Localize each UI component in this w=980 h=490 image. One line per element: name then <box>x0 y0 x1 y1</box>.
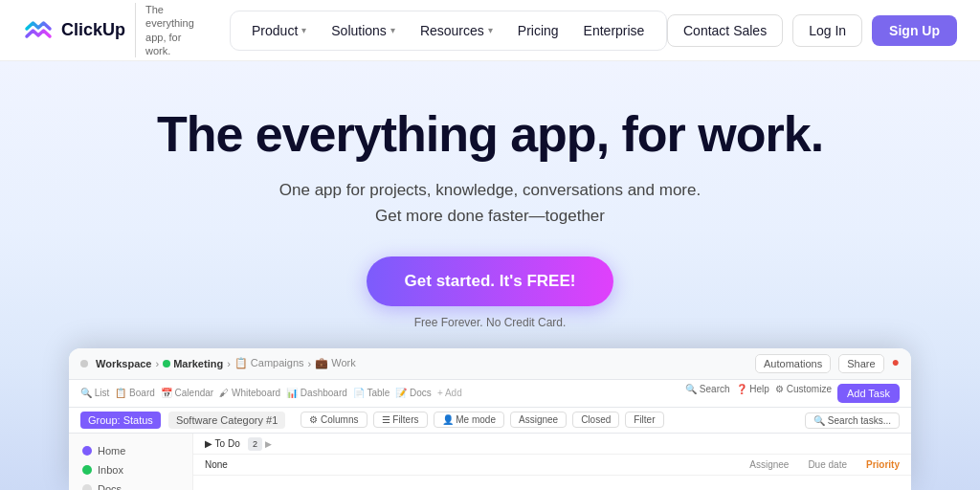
toolbar-docs: 📝 Docs <box>395 388 432 398</box>
nav-right: Contact Sales Log In Sign Up <box>667 14 957 47</box>
toolbar-calendar: 📅 Calendar <box>161 388 213 398</box>
sidebar-item-home[interactable]: Home <box>77 441 185 460</box>
toolbar-whiteboard: 🖌 Whiteboard <box>219 388 280 398</box>
me-mode-chip[interactable]: 👤 Me mode <box>434 412 504 428</box>
dashboard-topbar: Workspace › Marketing › 📋 Campaigns › 💼 … <box>69 348 911 380</box>
filters-chip[interactable]: ☰ Filters <box>373 412 428 428</box>
closed-chip[interactable]: Closed <box>572 412 619 428</box>
filter-chips: ⚙ Columns ☰ Filters 👤 Me mode Assignee C… <box>301 412 663 428</box>
toolbar-dashboard: 📊 Dashboard <box>286 388 347 398</box>
dashboard-filter-bar: Group: Status Software Category #1 ⚙ Col… <box>69 408 911 434</box>
docs-icon <box>82 484 92 490</box>
breadcrumb: Workspace › Marketing › 📋 Campaigns › 💼 … <box>96 357 356 369</box>
add-task-button[interactable]: Add Task <box>837 384 900 403</box>
dashboard-body: Home Inbox Docs Dashboards Goals <box>69 434 911 490</box>
dashboard-toolbar: 🔍 List 📋 Board 📅 Calendar 🖌 Whiteboard 📊… <box>69 380 911 408</box>
columns-filter[interactable]: ⚙ Columns <box>301 412 367 428</box>
workspace-dot <box>80 360 88 368</box>
dashboard-content: ▶ To Do 2 ▶ None Assignee Due date Prior… <box>193 434 911 490</box>
filter-group-status[interactable]: Group: Status <box>80 412 161 429</box>
filter-chip[interactable]: Filter <box>625 412 663 428</box>
nav-item-pricing[interactable]: Pricing <box>506 17 570 44</box>
nav-links-container: Product ▾ Solutions ▾ Resources ▾ Pricin… <box>230 11 667 51</box>
toolbar-table: 📄 Table <box>353 388 390 398</box>
workspace-label: Workspace <box>96 358 152 369</box>
dashboard-sidebar: Home Inbox Docs Dashboards Goals <box>69 434 193 490</box>
brand-name: ClickUp <box>61 20 125 40</box>
chevron-down-icon: ▾ <box>301 25 306 35</box>
notification-icon: ● <box>892 354 900 373</box>
navbar: ClickUp The everything app, for work. Pr… <box>0 0 980 61</box>
toolbar-search-icon: 🔍 List <box>80 388 109 398</box>
login-button[interactable]: Log In <box>792 14 862 47</box>
automations-button[interactable]: Automations <box>755 354 831 373</box>
clickup-logo-icon <box>23 15 54 46</box>
toolbar-add[interactable]: + Add <box>437 388 462 398</box>
hero-title: The everything app, for work. <box>157 107 823 162</box>
assignee-chip[interactable]: Assignee <box>510 412 567 428</box>
signup-button[interactable]: Sign Up <box>872 15 957 46</box>
nav-item-product[interactable]: Product ▾ <box>240 17 318 44</box>
toolbar-customize: ⚙ Customize <box>775 384 832 403</box>
nav-item-enterprise[interactable]: Enterprise <box>572 17 657 44</box>
toolbar-help: ❓ Help <box>736 384 769 403</box>
search-tasks-field[interactable]: 🔍 Search tasks... <box>805 414 900 426</box>
sidebar-item-inbox[interactable]: Inbox <box>77 460 185 479</box>
hero-subtitle: One app for projects, knowledge, convers… <box>279 177 701 229</box>
table-row: ▶ To Do 2 ▶ <box>193 434 911 455</box>
filter-software-category[interactable]: Software Category #1 <box>168 412 285 429</box>
cta-note: Free Forever. No Credit Card. <box>414 316 567 329</box>
table-row: None Assignee Due date Priority <box>193 455 911 476</box>
sidebar-item-docs[interactable]: Docs <box>77 479 185 490</box>
toolbar-right: 🔍 Search ❓ Help ⚙ Customize Add Task <box>685 384 900 403</box>
hero-section: The everything app, for work. One app fo… <box>0 61 980 490</box>
logo-area[interactable]: ClickUp The everything app, for work. <box>23 3 207 57</box>
toolbar-board: 📋 Board <box>115 388 154 398</box>
toolbar-search: 🔍 Search <box>685 384 729 403</box>
contact-sales-button[interactable]: Contact Sales <box>667 14 783 47</box>
chevron-down-icon: ▾ <box>390 25 395 35</box>
home-icon <box>82 446 92 456</box>
dashboard-actions: Automations Share ● <box>755 354 900 373</box>
chevron-down-icon: ▾ <box>488 25 493 35</box>
nav-item-solutions[interactable]: Solutions ▾ <box>320 17 407 44</box>
brand-tagline: The everything app, for work. <box>135 3 207 57</box>
cta-button[interactable]: Get started. It's FREE! <box>367 256 614 306</box>
nav-item-resources[interactable]: Resources ▾ <box>409 17 504 44</box>
inbox-icon <box>82 465 92 475</box>
dashboard-preview: Workspace › Marketing › 📋 Campaigns › 💼 … <box>69 348 911 490</box>
share-button[interactable]: Share <box>838 354 883 373</box>
